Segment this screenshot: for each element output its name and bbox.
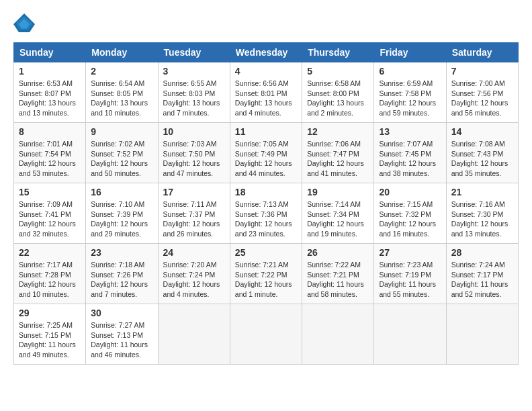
calendar-cell: 22 Sunrise: 7:17 AMSunset: 7:28 PMDaylig… — [14, 244, 86, 304]
calendar-cell: 5 Sunrise: 6:58 AMSunset: 8:00 PMDayligh… — [302, 62, 374, 123]
day-info: Sunrise: 7:16 AMSunset: 7:30 PMDaylight:… — [451, 199, 513, 239]
day-info: Sunrise: 7:02 AMSunset: 7:52 PMDaylight:… — [91, 139, 152, 179]
day-info: Sunrise: 7:07 AMSunset: 7:45 PMDaylight:… — [379, 139, 441, 179]
day-info: Sunrise: 6:59 AMSunset: 7:58 PMDaylight:… — [379, 79, 441, 118]
day-info: Sunrise: 6:56 AMSunset: 8:01 PMDaylight:… — [235, 79, 297, 118]
day-number: 19 — [307, 187, 369, 197]
day-info: Sunrise: 7:25 AMSunset: 7:15 PMDaylight:… — [19, 320, 81, 360]
calendar-cell: 2 Sunrise: 6:54 AMSunset: 8:05 PMDayligh… — [86, 62, 158, 123]
calendar-cell: 19 Sunrise: 7:14 AMSunset: 7:34 PMDaylig… — [302, 183, 374, 244]
calendar-cell: 12 Sunrise: 7:06 AMSunset: 7:47 PMDaylig… — [302, 123, 374, 183]
day-number: 22 — [19, 247, 81, 258]
day-number: 7 — [451, 66, 513, 77]
day-info: Sunrise: 7:11 AMSunset: 7:37 PMDaylight:… — [163, 199, 225, 239]
day-number: 3 — [163, 66, 225, 77]
weekday-header-wednesday: Wednesday — [230, 43, 302, 62]
calendar-cell: 1 Sunrise: 6:53 AMSunset: 8:07 PMDayligh… — [14, 62, 86, 123]
day-number: 18 — [235, 187, 297, 197]
day-info: Sunrise: 7:00 AMSunset: 7:56 PMDaylight:… — [451, 79, 513, 118]
calendar-cell: 6 Sunrise: 6:59 AMSunset: 7:58 PMDayligh… — [374, 62, 446, 123]
calendar-cell — [230, 304, 302, 365]
calendar-cell: 28 Sunrise: 7:24 AMSunset: 7:17 PMDaylig… — [446, 244, 518, 304]
day-number: 20 — [379, 187, 441, 197]
calendar-cell: 13 Sunrise: 7:07 AMSunset: 7:45 PMDaylig… — [374, 123, 446, 183]
day-number: 27 — [379, 247, 441, 258]
day-number: 30 — [91, 308, 152, 318]
day-info: Sunrise: 6:53 AMSunset: 8:07 PMDaylight:… — [19, 79, 81, 118]
day-info: Sunrise: 6:55 AMSunset: 8:03 PMDaylight:… — [163, 79, 225, 118]
day-info: Sunrise: 7:09 AMSunset: 7:41 PMDaylight:… — [19, 199, 81, 239]
day-info: Sunrise: 7:22 AMSunset: 7:21 PMDaylight:… — [307, 260, 369, 300]
weekday-header-sunday: Sunday — [14, 43, 86, 62]
day-number: 29 — [19, 308, 81, 318]
day-info: Sunrise: 6:54 AMSunset: 8:05 PMDaylight:… — [91, 79, 152, 118]
day-info: Sunrise: 7:05 AMSunset: 7:49 PMDaylight:… — [235, 139, 297, 179]
day-info: Sunrise: 7:18 AMSunset: 7:26 PMDaylight:… — [91, 260, 152, 300]
calendar-cell: 21 Sunrise: 7:16 AMSunset: 7:30 PMDaylig… — [446, 183, 518, 244]
day-number: 9 — [91, 126, 152, 137]
calendar-cell: 17 Sunrise: 7:11 AMSunset: 7:37 PMDaylig… — [158, 183, 230, 244]
day-info: Sunrise: 7:06 AMSunset: 7:47 PMDaylight:… — [307, 139, 369, 179]
weekday-header-saturday: Saturday — [446, 43, 518, 62]
day-number: 16 — [91, 187, 152, 197]
day-info: Sunrise: 7:17 AMSunset: 7:28 PMDaylight:… — [19, 260, 81, 300]
day-number: 14 — [451, 126, 513, 137]
day-number: 26 — [307, 247, 369, 258]
calendar-cell: 18 Sunrise: 7:13 AMSunset: 7:36 PMDaylig… — [230, 183, 302, 244]
calendar-cell: 11 Sunrise: 7:05 AMSunset: 7:49 PMDaylig… — [230, 123, 302, 183]
day-info: Sunrise: 7:03 AMSunset: 7:50 PMDaylight:… — [163, 139, 225, 179]
day-number: 17 — [163, 187, 225, 197]
day-number: 6 — [379, 66, 441, 77]
calendar-cell: 20 Sunrise: 7:15 AMSunset: 7:32 PMDaylig… — [374, 183, 446, 244]
day-number: 12 — [307, 126, 369, 137]
day-info: Sunrise: 7:08 AMSunset: 7:43 PMDaylight:… — [451, 139, 513, 179]
day-number: 23 — [91, 247, 152, 258]
calendar-cell: 4 Sunrise: 6:56 AMSunset: 8:01 PMDayligh… — [230, 62, 302, 123]
weekday-header-monday: Monday — [86, 43, 158, 62]
day-number: 24 — [163, 247, 225, 258]
day-info: Sunrise: 7:15 AMSunset: 7:32 PMDaylight:… — [379, 199, 441, 239]
calendar-cell: 24 Sunrise: 7:20 AMSunset: 7:24 PMDaylig… — [158, 244, 230, 304]
weekday-header-thursday: Thursday — [302, 43, 374, 62]
calendar-cell: 10 Sunrise: 7:03 AMSunset: 7:50 PMDaylig… — [158, 123, 230, 183]
day-number: 4 — [235, 66, 297, 77]
calendar-cell: 16 Sunrise: 7:10 AMSunset: 7:39 PMDaylig… — [86, 183, 158, 244]
day-info: Sunrise: 7:21 AMSunset: 7:22 PMDaylight:… — [235, 260, 297, 300]
calendar-cell: 7 Sunrise: 7:00 AMSunset: 7:56 PMDayligh… — [446, 62, 518, 123]
calendar-cell: 30 Sunrise: 7:27 AMSunset: 7:13 PMDaylig… — [86, 304, 158, 365]
day-info: Sunrise: 7:20 AMSunset: 7:24 PMDaylight:… — [163, 260, 225, 300]
calendar-cell: 15 Sunrise: 7:09 AMSunset: 7:41 PMDaylig… — [14, 183, 86, 244]
page-header — [13, 13, 519, 32]
day-number: 13 — [379, 126, 441, 137]
day-info: Sunrise: 7:10 AMSunset: 7:39 PMDaylight:… — [91, 199, 152, 239]
day-info: Sunrise: 7:27 AMSunset: 7:13 PMDaylight:… — [91, 320, 152, 360]
calendar-cell: 14 Sunrise: 7:08 AMSunset: 7:43 PMDaylig… — [446, 123, 518, 183]
logo — [13, 13, 36, 32]
weekday-header-tuesday: Tuesday — [158, 43, 230, 62]
calendar-cell: 27 Sunrise: 7:23 AMSunset: 7:19 PMDaylig… — [374, 244, 446, 304]
calendar-cell: 8 Sunrise: 7:01 AMSunset: 7:54 PMDayligh… — [14, 123, 86, 183]
day-info: Sunrise: 7:13 AMSunset: 7:36 PMDaylight:… — [235, 199, 297, 239]
day-info: Sunrise: 7:24 AMSunset: 7:17 PMDaylight:… — [451, 260, 513, 300]
calendar-cell: 25 Sunrise: 7:21 AMSunset: 7:22 PMDaylig… — [230, 244, 302, 304]
calendar-cell: 9 Sunrise: 7:02 AMSunset: 7:52 PMDayligh… — [86, 123, 158, 183]
day-number: 21 — [451, 187, 513, 197]
calendar-cell — [302, 304, 374, 365]
calendar-cell: 26 Sunrise: 7:22 AMSunset: 7:21 PMDaylig… — [302, 244, 374, 304]
day-info: Sunrise: 7:23 AMSunset: 7:19 PMDaylight:… — [379, 260, 441, 300]
day-info: Sunrise: 6:58 AMSunset: 8:00 PMDaylight:… — [307, 79, 369, 118]
calendar-cell — [446, 304, 518, 365]
day-info: Sunrise: 7:14 AMSunset: 7:34 PMDaylight:… — [307, 199, 369, 239]
calendar-cell — [158, 304, 230, 365]
logo-icon — [13, 13, 35, 32]
day-number: 10 — [163, 126, 225, 137]
day-number: 5 — [307, 66, 369, 77]
calendar-table: SundayMondayTuesdayWednesdayThursdayFrid… — [13, 42, 519, 365]
day-number: 1 — [19, 66, 81, 77]
day-number: 11 — [235, 126, 297, 137]
day-number: 25 — [235, 247, 297, 258]
calendar-cell: 29 Sunrise: 7:25 AMSunset: 7:15 PMDaylig… — [14, 304, 86, 365]
day-number: 28 — [451, 247, 513, 258]
calendar-cell: 3 Sunrise: 6:55 AMSunset: 8:03 PMDayligh… — [158, 62, 230, 123]
calendar-cell — [374, 304, 446, 365]
